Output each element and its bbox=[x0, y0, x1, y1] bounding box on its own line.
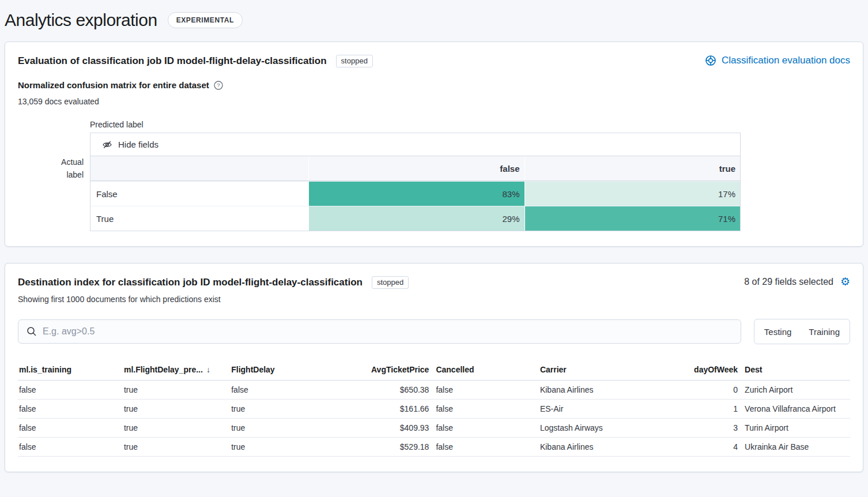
confusion-matrix: Actual label Predicted label Hide fields bbox=[90, 120, 850, 231]
cell-ml-flightdelay-pre: true bbox=[123, 438, 230, 457]
matrix-row-false: False 83% 17% bbox=[90, 181, 740, 206]
cell-dayofweek: 0 bbox=[650, 381, 744, 400]
cell-ml-flightdelay-pre: true bbox=[123, 419, 230, 438]
results-header-row: ml.is_training ml.FlightDelay_pre...↓ Fl… bbox=[18, 362, 850, 381]
cell-carrier: ES-Air bbox=[539, 400, 650, 419]
actual-label: Actual label bbox=[18, 156, 84, 181]
matrix-col-header-true: true bbox=[524, 156, 741, 180]
cell-flightdelay: true bbox=[230, 438, 313, 457]
destination-panel-subtitle: Showing first 1000 documents for which p… bbox=[18, 295, 850, 304]
cell-ml-is-training: false bbox=[18, 381, 123, 400]
matrix-cell: 17% bbox=[524, 182, 741, 206]
cell-avgticketprice: $409.93 bbox=[314, 419, 435, 438]
cell-ml-is-training: false bbox=[18, 438, 123, 457]
cell-dayofweek: 3 bbox=[650, 419, 744, 438]
training-filter-button[interactable]: Training bbox=[800, 319, 848, 344]
destination-status-badge: stopped bbox=[372, 276, 409, 289]
table-row: false true true $529.18 false Kibana Air… bbox=[18, 438, 850, 457]
matrix-corner-cell bbox=[90, 156, 308, 180]
column-header-ml-flightdelay-pre[interactable]: ml.FlightDelay_pre...↓ bbox=[123, 362, 230, 381]
query-row: Testing Training bbox=[18, 319, 850, 344]
page-header: Analytics exploration EXPERIMENTAL bbox=[0, 0, 868, 37]
testing-filter-button[interactable]: Testing bbox=[756, 319, 801, 344]
column-header-flightdelay[interactable]: FlightDelay bbox=[230, 362, 313, 381]
cell-cancelled: false bbox=[435, 438, 538, 457]
experimental-badge: EXPERIMENTAL bbox=[168, 12, 243, 28]
hide-fields-button[interactable]: Hide fields bbox=[90, 133, 740, 156]
results-table: ml.is_training ml.FlightDelay_pre...↓ Fl… bbox=[18, 362, 850, 457]
matrix-heading: Normalized confusion matrix for entire d… bbox=[18, 80, 209, 90]
svg-text:?: ? bbox=[217, 82, 220, 88]
search-box bbox=[18, 319, 741, 344]
column-header-dayofweek[interactable]: dayOfWeek bbox=[650, 362, 744, 381]
fields-selected-count: 8 of 29 fields selected bbox=[744, 277, 833, 287]
column-header-ml-is-training[interactable]: ml.is_training bbox=[18, 362, 123, 381]
cell-ml-flightdelay-pre: true bbox=[123, 381, 230, 400]
cell-avgticketprice: $650.38 bbox=[314, 381, 435, 400]
cell-dayofweek: 4 bbox=[650, 438, 744, 457]
matrix-row-label: True bbox=[90, 206, 308, 231]
evaluation-panel-head: Evaluation of classification job ID mode… bbox=[18, 55, 850, 67]
cell-avgticketprice: $161.66 bbox=[314, 400, 435, 419]
cell-dest: Ukrainka Air Base bbox=[744, 438, 850, 457]
docs-link-label: Classification evaluation docs bbox=[722, 55, 850, 66]
matrix-cell: 71% bbox=[524, 206, 741, 231]
cell-ml-is-training: false bbox=[18, 400, 123, 419]
table-row: false true false $650.38 false Kibana Ai… bbox=[18, 381, 850, 400]
matrix-row-label: False bbox=[90, 182, 308, 206]
eye-slash-icon bbox=[102, 140, 112, 150]
training-filter-group: Testing Training bbox=[754, 319, 850, 344]
evaluation-panel-title: Evaluation of classification job ID mode… bbox=[18, 55, 327, 67]
evaluation-status-badge: stopped bbox=[336, 55, 373, 67]
cell-dest: Verona Villafranca Airport bbox=[744, 400, 850, 419]
cell-cancelled: false bbox=[435, 381, 538, 400]
matrix-cell: 83% bbox=[308, 182, 524, 206]
cell-dest: Turin Airport bbox=[744, 419, 850, 438]
cell-ml-flightdelay-pre: true bbox=[123, 400, 230, 419]
table-row: false true true $161.66 false ES-Air 1 V… bbox=[18, 400, 850, 419]
cell-flightdelay: false bbox=[230, 381, 313, 400]
cell-ml-is-training: false bbox=[18, 419, 123, 438]
hide-fields-label: Hide fields bbox=[118, 140, 158, 149]
classification-evaluation-docs-link[interactable]: Classification evaluation docs bbox=[705, 55, 850, 66]
cell-carrier: Kibana Airlines bbox=[539, 381, 650, 400]
documentation-icon bbox=[705, 55, 716, 66]
cell-avgticketprice: $529.18 bbox=[314, 438, 435, 457]
confusion-matrix-table: Hide fields false true False 83% 17% Tru… bbox=[90, 133, 741, 231]
cell-cancelled: false bbox=[435, 400, 538, 419]
cell-flightdelay: true bbox=[230, 419, 313, 438]
column-header-avgticketprice[interactable]: AvgTicketPrice bbox=[314, 362, 435, 381]
cell-carrier: Logstash Airways bbox=[539, 419, 650, 438]
matrix-row-true: True 29% 71% bbox=[90, 206, 740, 231]
page-title: Analytics exploration bbox=[5, 10, 157, 30]
destination-panel-title: Destination index for classification job… bbox=[18, 277, 363, 288]
matrix-header-row: false true bbox=[90, 156, 740, 181]
cell-dayofweek: 1 bbox=[650, 400, 744, 419]
cell-dest: Zurich Airport bbox=[744, 381, 850, 400]
cell-cancelled: false bbox=[435, 419, 538, 438]
matrix-col-header-false: false bbox=[308, 156, 524, 180]
query-search-input[interactable] bbox=[43, 326, 733, 337]
matrix-heading-row: Normalized confusion matrix for entire d… bbox=[18, 80, 850, 90]
search-icon bbox=[27, 326, 37, 337]
column-header-carrier[interactable]: Carrier bbox=[539, 362, 650, 381]
column-header-dest[interactable]: Dest bbox=[744, 362, 850, 381]
docs-evaluated-count: 13,059 docs evaluated bbox=[18, 97, 850, 106]
destination-index-panel: Destination index for classification job… bbox=[5, 263, 863, 472]
sort-descending-icon[interactable]: ↓ bbox=[206, 365, 210, 374]
help-icon[interactable]: ? bbox=[214, 81, 223, 90]
table-row: false true true $409.93 false Logstash A… bbox=[18, 419, 850, 438]
gear-icon[interactable]: ⚙ bbox=[840, 276, 850, 287]
matrix-cell: 29% bbox=[308, 206, 524, 231]
cell-carrier: Kibana Airlines bbox=[539, 438, 650, 457]
predicted-label: Predicted label bbox=[90, 120, 850, 129]
destination-panel-head: Destination index for classification job… bbox=[18, 276, 850, 289]
evaluation-panel: Evaluation of classification job ID mode… bbox=[5, 42, 863, 247]
column-header-cancelled[interactable]: Cancelled bbox=[435, 362, 538, 381]
cell-flightdelay: true bbox=[230, 400, 313, 419]
